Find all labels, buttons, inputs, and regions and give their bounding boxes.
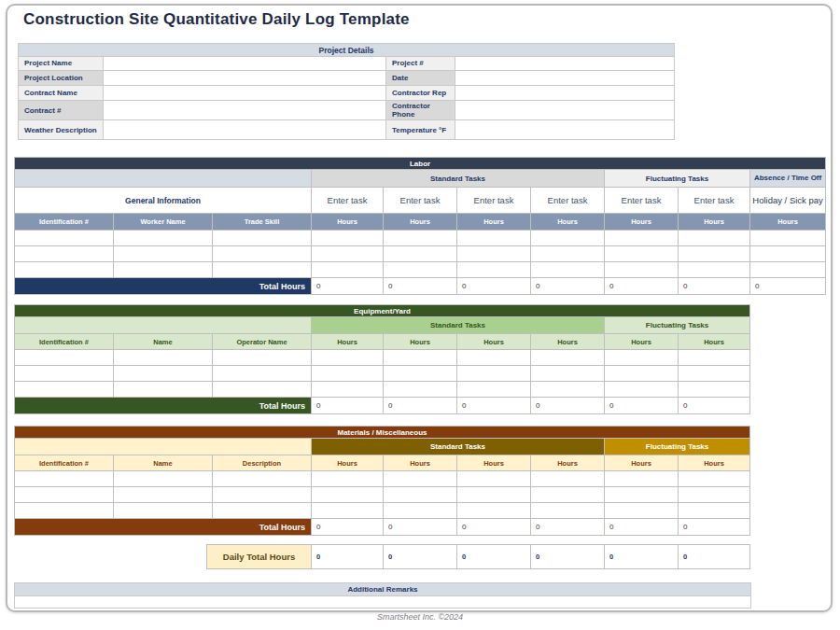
labor-data-cell[interactable] xyxy=(213,262,312,278)
equipment-data-cell[interactable] xyxy=(114,366,213,382)
equipment-data-cell[interactable] xyxy=(384,382,457,398)
labor-total-value[interactable]: 0 xyxy=(750,278,826,295)
equipment-data-cell[interactable] xyxy=(531,382,605,398)
materials-data-cell[interactable] xyxy=(457,471,531,487)
materials-data-cell[interactable] xyxy=(312,503,384,519)
equipment-data-cell[interactable] xyxy=(213,382,312,398)
labor-data-cell[interactable] xyxy=(15,262,114,278)
project-name-field[interactable] xyxy=(104,57,386,71)
equipment-total-value[interactable]: 0 xyxy=(312,398,384,414)
equipment-data-cell[interactable] xyxy=(114,382,213,398)
materials-data-cell[interactable] xyxy=(114,471,213,487)
labor-data-cell[interactable] xyxy=(750,262,826,278)
equipment-data-cell[interactable] xyxy=(15,350,114,366)
equipment-data-cell[interactable] xyxy=(605,382,679,398)
materials-data-cell[interactable] xyxy=(312,471,384,487)
materials-data-cell[interactable] xyxy=(15,487,114,503)
contractor-phone-field[interactable] xyxy=(455,101,675,120)
labor-total-value[interactable]: 0 xyxy=(384,278,457,295)
materials-data-cell[interactable] xyxy=(213,471,312,487)
materials-data-cell[interactable] xyxy=(679,471,750,487)
labor-enter-task-cell[interactable]: Enter task xyxy=(605,188,679,214)
labor-data-cell[interactable] xyxy=(384,262,457,278)
equipment-data-cell[interactable] xyxy=(312,366,384,382)
materials-data-cell[interactable] xyxy=(114,503,213,519)
daily-total-value[interactable]: 0 xyxy=(312,545,384,569)
labor-data-cell[interactable] xyxy=(531,231,605,246)
temperature-field[interactable] xyxy=(455,120,675,140)
materials-data-cell[interactable] xyxy=(312,487,384,503)
labor-data-cell[interactable] xyxy=(213,231,312,246)
materials-data-cell[interactable] xyxy=(531,471,605,487)
daily-total-value[interactable]: 0 xyxy=(531,545,605,569)
materials-data-cell[interactable] xyxy=(679,487,750,503)
labor-enter-task-cell[interactable]: Enter task xyxy=(679,188,750,214)
labor-data-cell[interactable] xyxy=(312,262,384,278)
materials-data-cell[interactable] xyxy=(384,503,457,519)
contract-name-field[interactable] xyxy=(104,86,386,101)
labor-data-cell[interactable] xyxy=(679,231,750,246)
project-number-field[interactable] xyxy=(455,57,675,71)
labor-data-cell[interactable] xyxy=(114,231,213,246)
equipment-data-cell[interactable] xyxy=(312,382,384,398)
contractor-rep-field[interactable] xyxy=(455,86,675,101)
labor-holiday-sick-pay-cell[interactable]: Holiday / Sick pay xyxy=(750,188,826,214)
labor-data-cell[interactable] xyxy=(114,262,213,278)
labor-data-cell[interactable] xyxy=(457,231,531,246)
labor-data-cell[interactable] xyxy=(15,231,114,246)
equipment-data-cell[interactable] xyxy=(457,366,531,382)
materials-data-cell[interactable] xyxy=(605,471,679,487)
materials-data-cell[interactable] xyxy=(15,471,114,487)
labor-total-value[interactable]: 0 xyxy=(312,278,384,295)
labor-enter-task-cell[interactable]: Enter task xyxy=(457,188,531,214)
labor-total-value[interactable]: 0 xyxy=(605,278,679,295)
date-field[interactable] xyxy=(455,71,675,86)
materials-total-value[interactable]: 0 xyxy=(605,519,679,536)
equipment-data-cell[interactable] xyxy=(531,366,605,382)
materials-data-cell[interactable] xyxy=(114,487,213,503)
labor-data-cell[interactable] xyxy=(213,246,312,262)
equipment-data-cell[interactable] xyxy=(605,350,679,366)
daily-total-value[interactable]: 0 xyxy=(457,545,531,569)
labor-total-value[interactable]: 0 xyxy=(531,278,605,295)
materials-data-cell[interactable] xyxy=(213,487,312,503)
labor-data-cell[interactable] xyxy=(531,262,605,278)
materials-data-cell[interactable] xyxy=(679,503,750,519)
materials-data-cell[interactable] xyxy=(15,503,114,519)
labor-data-cell[interactable] xyxy=(457,262,531,278)
daily-total-value[interactable]: 0 xyxy=(605,545,679,569)
materials-data-cell[interactable] xyxy=(531,487,605,503)
equipment-total-value[interactable]: 0 xyxy=(605,398,679,414)
materials-total-value[interactable]: 0 xyxy=(531,519,605,536)
materials-data-cell[interactable] xyxy=(457,503,531,519)
equipment-data-cell[interactable] xyxy=(384,350,457,366)
labor-data-cell[interactable] xyxy=(312,231,384,246)
materials-data-cell[interactable] xyxy=(384,487,457,503)
materials-total-value[interactable]: 0 xyxy=(457,519,531,536)
equipment-data-cell[interactable] xyxy=(531,350,605,366)
project-location-field[interactable] xyxy=(104,71,386,86)
materials-data-cell[interactable] xyxy=(605,503,679,519)
labor-data-cell[interactable] xyxy=(679,262,750,278)
equipment-total-value[interactable]: 0 xyxy=(531,398,605,414)
equipment-data-cell[interactable] xyxy=(457,350,531,366)
labor-data-cell[interactable] xyxy=(679,246,750,262)
equipment-total-value[interactable]: 0 xyxy=(457,398,531,414)
labor-data-cell[interactable] xyxy=(384,231,457,246)
materials-data-cell[interactable] xyxy=(213,503,312,519)
equipment-data-cell[interactable] xyxy=(457,382,531,398)
equipment-total-value[interactable]: 0 xyxy=(679,398,750,414)
equipment-data-cell[interactable] xyxy=(312,350,384,366)
materials-total-value[interactable]: 0 xyxy=(312,519,384,536)
equipment-total-value[interactable]: 0 xyxy=(384,398,457,414)
labor-enter-task-cell[interactable]: Enter task xyxy=(531,188,605,214)
equipment-data-cell[interactable] xyxy=(213,366,312,382)
labor-data-cell[interactable] xyxy=(15,246,114,262)
equipment-data-cell[interactable] xyxy=(679,366,750,382)
labor-data-cell[interactable] xyxy=(605,231,679,246)
labor-total-value[interactable]: 0 xyxy=(457,278,531,295)
weather-description-field[interactable] xyxy=(104,120,386,140)
materials-data-cell[interactable] xyxy=(457,487,531,503)
labor-data-cell[interactable] xyxy=(312,246,384,262)
equipment-data-cell[interactable] xyxy=(15,366,114,382)
